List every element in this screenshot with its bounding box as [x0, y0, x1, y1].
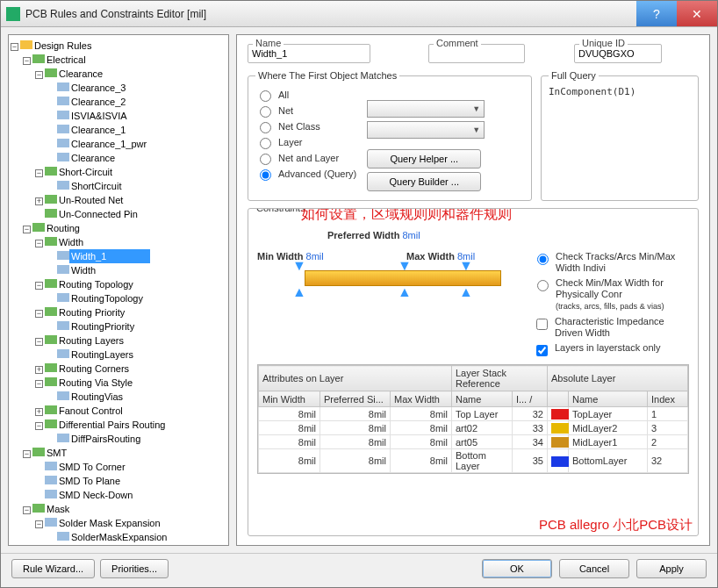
help-button[interactable]: ? [636, 1, 677, 26]
ok-button[interactable]: OK [482, 559, 552, 578]
check-phys-radio [537, 280, 549, 291]
query-helper-button[interactable]: Query Helper ... [367, 149, 481, 169]
annotation-top: 如何设置，区域规则则和器件规则 [301, 208, 512, 224]
query-builder-button[interactable]: Query Builder ... [367, 172, 481, 191]
table-row[interactable]: 8mil8mil8milart0534MidLayer12 [259, 435, 688, 449]
constraints-group: Constraints 如何设置，区域规则则和器件规则 Preferred Wi… [248, 208, 699, 536]
close-button[interactable]: ✕ [677, 1, 717, 26]
header-row: Name Comment Unique ID [248, 44, 699, 63]
table-row[interactable]: 8mil8mil8milBottom Layer35BottomLayer32 [259, 449, 688, 473]
table-row[interactable]: 8mil8mil8milTop Layer32TopLayer1 [259, 407, 688, 421]
full-query-group: Full Query InComponent(D1) [541, 70, 699, 201]
watermark-text: PCB allegro 小北PCB设计 [539, 517, 693, 534]
layers-grid[interactable]: Attributes on Layer Layer Stack Referenc… [257, 364, 689, 474]
table-row[interactable]: 8mil8mil8milart0233MidLayer23 [259, 421, 688, 435]
rule-editor-panel: Name Comment Unique ID Where The First O… [236, 34, 710, 546]
main-window: PCB Rules and Constraints Editor [mil] ?… [0, 0, 718, 588]
priorities-button[interactable]: Priorities... [100, 559, 169, 578]
app-icon [6, 7, 20, 21]
netclass-combo[interactable]: ▼ [367, 121, 485, 139]
where-matches-group: Where The First Object Matches All Net N… [248, 70, 532, 201]
match-radios: All Net Net Class Layer Net and Layer Ad… [255, 86, 356, 191]
cancel-button[interactable]: Cancel [559, 559, 629, 578]
window-title: PCB Rules and Constraints Editor [mil] [25, 8, 636, 20]
apply-button[interactable]: Apply [636, 559, 707, 578]
tree-clearance[interactable]: Clearance [57, 67, 104, 81]
check-tracks-radio [537, 254, 549, 265]
title-bar: PCB Rules and Constraints Editor [mil] ?… [1, 1, 717, 27]
rules-tree[interactable]: −Design Rules −Electrical −Clearance Cle… [8, 34, 229, 546]
dialog-buttons: Rule Wizard... Priorities... OK Cancel A… [1, 553, 717, 587]
tree-width-1-selected[interactable]: Width_1 [69, 249, 150, 263]
rule-wizard-button[interactable]: Rule Wizard... [11, 559, 95, 578]
tree-electrical[interactable]: Electrical [45, 53, 88, 67]
full-query-text[interactable]: InComponent(D1) [549, 86, 691, 97]
layerstack-check [536, 345, 548, 356]
tree-routing[interactable]: Routing [45, 221, 82, 235]
net-combo[interactable]: ▼ [367, 100, 485, 118]
tree-root[interactable]: Design Rules [32, 39, 93, 53]
impedance-check [536, 319, 548, 330]
